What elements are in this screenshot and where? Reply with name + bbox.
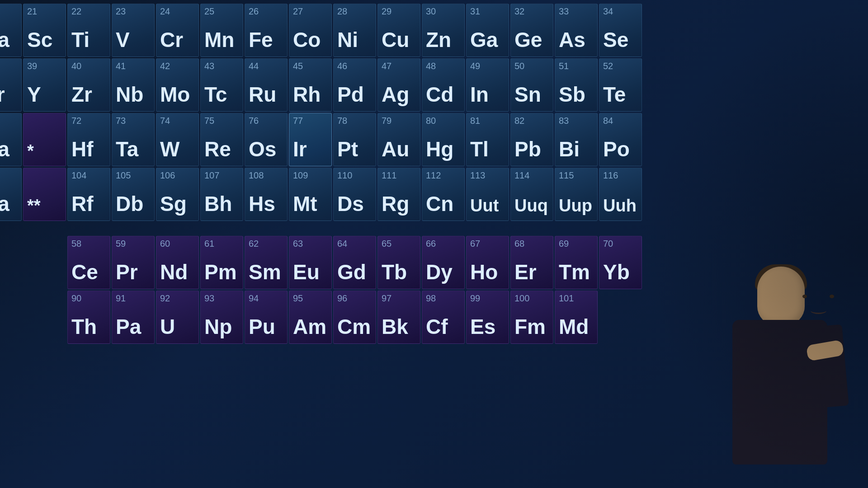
element-symbol: Tm (559, 262, 590, 282)
element-number: 70 (603, 239, 613, 248)
element-cell-as: 33As (555, 4, 598, 57)
element-number: 50 (514, 61, 524, 70)
element-number: 27 (293, 7, 303, 16)
element-symbol: Cn (426, 193, 453, 214)
element-cell-hg: 80Hg (422, 113, 465, 166)
element-cell-y: 39Y (23, 58, 66, 112)
element-cell-ho: 67Ho (466, 236, 509, 289)
element-number: 77 (293, 116, 303, 125)
element-cell-sr: 38Sr (0, 58, 22, 112)
element-number: 46 (337, 61, 347, 70)
element-symbol: Yb (603, 262, 630, 282)
element-number: 114 (514, 171, 529, 180)
element-number: 47 (382, 61, 392, 70)
element-cell-tb: 65Tb (377, 236, 420, 289)
element-cell-co: 27Co (289, 4, 332, 57)
element-cell-eu: 63Eu (289, 236, 332, 289)
element-symbol: Re (204, 139, 231, 160)
element-symbol: Uut (470, 197, 499, 214)
element-cell-sb: 51Sb (555, 58, 598, 112)
element-cell-pa: 91Pa (112, 291, 155, 344)
element-cell-ba: 56Ba (0, 113, 22, 166)
element-number: 73 (116, 116, 126, 125)
element-symbol: Ga (470, 29, 498, 50)
element-cell-**: ** (23, 168, 66, 221)
element-symbol: Ru (249, 84, 276, 105)
element-cell-ti: 22Ti (67, 4, 110, 57)
element-cell-pt: 78Pt (333, 113, 376, 166)
element-symbol: Mn (204, 29, 234, 50)
element-symbol: Md (559, 316, 589, 337)
element-symbol: Ti (71, 29, 90, 50)
element-number: 21 (27, 7, 37, 16)
element-cell-ra: 88Ra (0, 168, 22, 221)
element-symbol: Nb (116, 84, 143, 105)
element-cell-cu: 29Cu (377, 4, 420, 57)
element-number: 79 (382, 116, 392, 125)
element-number: 63 (293, 239, 303, 248)
element-cell-fm: 100Fm (510, 291, 553, 344)
element-cell-mn: 25Mn (200, 4, 243, 57)
head (757, 267, 805, 325)
element-symbol: Ni (337, 29, 358, 50)
element-number: 44 (249, 61, 259, 70)
element-symbol: Fe (249, 29, 273, 50)
element-symbol: Fm (514, 316, 546, 337)
element-symbol: Zn (426, 29, 451, 50)
element-symbol: V (116, 29, 130, 50)
element-cell-cf: 98Cf (422, 291, 465, 344)
element-number: 69 (559, 239, 569, 248)
element-cell-yb: 70Yb (599, 236, 642, 289)
element-cell-ta: 73Ta (112, 113, 155, 166)
element-number: 59 (116, 239, 126, 248)
element-symbol: Hg (426, 139, 453, 160)
element-symbol: Er (514, 262, 537, 282)
element-cell-ds: 110Ds (333, 168, 376, 221)
element-cell-uuq: 114Uuq (510, 168, 553, 221)
element-number: 66 (426, 239, 436, 248)
element-symbol: Bi (559, 139, 580, 160)
element-number: 43 (204, 61, 214, 70)
element-symbol: Au (382, 139, 409, 160)
periodic-table: 20Ca21Sc22Ti23V24Cr25Mn26Fe27Co28Ni29Cu3… (0, 0, 868, 488)
element-symbol: Hs (249, 193, 275, 214)
element-number: 104 (71, 171, 86, 180)
element-symbol: U (160, 316, 175, 337)
element-symbol: Os (249, 139, 276, 160)
element-symbol: Mt (293, 193, 317, 214)
element-cell-ag: 47Ag (377, 58, 420, 112)
element-number: 30 (426, 7, 436, 16)
element-cell-cm: 96Cm (333, 291, 376, 344)
element-cell-pu: 94Pu (245, 291, 288, 344)
element-cell-ni: 28Ni (333, 4, 376, 57)
element-cell-sm: 62Sm (245, 236, 288, 289)
element-number: 65 (382, 239, 392, 248)
element-number: 94 (249, 294, 259, 303)
element-cell-se: 34Se (599, 4, 642, 57)
table-row: 88Ra**104Rf105Db106Sg107Bh108Hs109Mt110D… (0, 168, 695, 221)
element-cell-os: 76Os (245, 113, 288, 166)
element-symbol: Cm (337, 316, 371, 337)
element-symbol: Rg (382, 193, 409, 214)
element-cell-er: 68Er (510, 236, 553, 289)
element-symbol: Mo (160, 84, 190, 105)
element-number: 23 (116, 7, 126, 16)
element-number: 116 (603, 171, 618, 180)
element-cell-cr: 24Cr (156, 4, 199, 57)
element-number: 24 (160, 7, 170, 16)
element-cell-th: 90Th (67, 291, 110, 344)
element-number: 62 (249, 239, 259, 248)
element-number: 33 (559, 7, 569, 16)
element-symbol: Ho (470, 262, 498, 282)
element-cell-ir: 77Ir (289, 113, 332, 166)
element-cell-w: 74W (156, 113, 199, 166)
presenter-figure (719, 267, 845, 488)
element-symbol: Cf (426, 316, 448, 337)
element-number: 51 (559, 61, 569, 70)
element-number: 84 (603, 116, 613, 125)
element-cell-es: 99Es (466, 291, 509, 344)
element-cell-tc: 43Tc (200, 58, 243, 112)
element-symbol: Pu (249, 316, 275, 337)
element-symbol: Cr (160, 29, 183, 50)
element-symbol: Ta (116, 139, 138, 160)
